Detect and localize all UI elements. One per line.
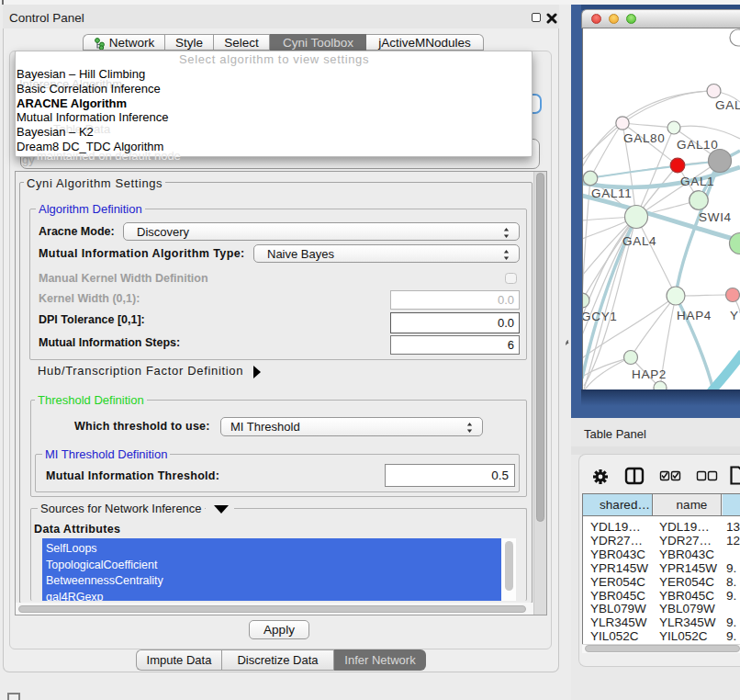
svg-text:SWI4: SWI4 bbox=[699, 210, 732, 224]
svg-text:GAL7: GAL7 bbox=[715, 98, 740, 112]
svg-text:GAL10: GAL10 bbox=[677, 138, 719, 152]
svg-text:HAP2: HAP2 bbox=[632, 367, 667, 381]
svg-text:Y: Y bbox=[730, 309, 739, 322]
svg-text:HAP4: HAP4 bbox=[677, 309, 712, 322]
svg-text:GCY1: GCY1 bbox=[583, 310, 618, 323]
svg-text:GAL11: GAL11 bbox=[591, 186, 633, 200]
svg-text:GAL4: GAL4 bbox=[622, 234, 656, 248]
svg-text:GAL1: GAL1 bbox=[680, 175, 714, 188]
svg-text:GAL80: GAL80 bbox=[623, 131, 666, 145]
